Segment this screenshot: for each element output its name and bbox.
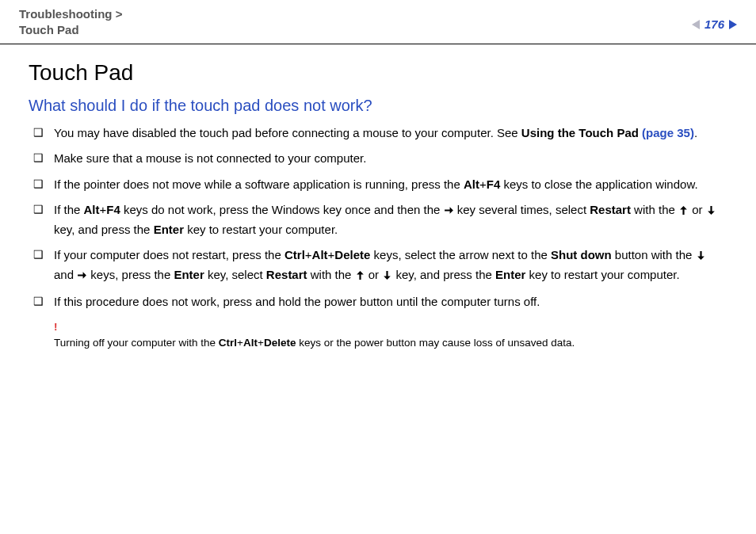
key-label: Enter [495, 268, 525, 281]
page-number: 176 [704, 17, 724, 31]
bullet-icon: ❑ [33, 124, 44, 143]
page: Troubleshooting > Touch Pad 176 Touch Pa… [0, 0, 756, 534]
warning-note: ! Turning off your computer with the Ctr… [29, 319, 727, 352]
list-item-text: If your computer does not restart, press… [54, 246, 727, 285]
bullet-icon: ❑ [33, 293, 44, 311]
arrow-down-icon [696, 248, 706, 266]
key-label: Alt [243, 337, 258, 349]
key-label: Delete [264, 337, 296, 349]
bullet-icon: ❑ [33, 176, 44, 194]
key-label: Enter [174, 268, 204, 281]
list-item-text: If the Alt+F4 keys do not work, press th… [54, 201, 727, 238]
list-item: ❑ If this procedure does not work, press… [33, 293, 727, 311]
page-title: Touch Pad [29, 60, 727, 86]
next-page-arrow-icon[interactable] [729, 20, 737, 29]
list-item-text: Make sure that a mouse is not connected … [54, 150, 727, 168]
page-header: Troubleshooting > Touch Pad 176 [0, 0, 756, 44]
page-link[interactable]: (page 35) [642, 126, 694, 139]
key-label: Ctrl [219, 337, 237, 349]
key-label: Restart [266, 268, 307, 281]
key-label: Enter [154, 223, 184, 236]
list-item: ❑ If the pointer does not move while a s… [33, 176, 727, 194]
key-label: Shut down [551, 248, 612, 261]
breadcrumb: Troubleshooting > Touch Pad [19, 6, 122, 39]
list-item: ❑ You may have disabled the touch pad be… [33, 124, 727, 143]
bullet-icon: ❑ [33, 201, 44, 238]
page-number-nav: 176 [692, 6, 737, 31]
list-item: ❑ If the Alt+F4 keys do not work, press … [33, 201, 727, 238]
arrow-down-icon [382, 268, 392, 286]
key-label: Alt [464, 177, 479, 191]
arrow-up-icon [678, 203, 689, 221]
breadcrumb-separator: > [116, 7, 123, 21]
section-heading: What should I do if the touch pad does n… [29, 97, 727, 115]
key-label: Restart [590, 203, 631, 216]
page-content: Touch Pad What should I do if the touch … [0, 44, 756, 352]
list-item-text: You may have disabled the touch pad befo… [54, 124, 727, 143]
key-label: F4 [487, 177, 501, 191]
bullet-icon: ❑ [33, 150, 44, 168]
key-label: F4 [106, 203, 120, 216]
bold-text: Using the Touch Pad [521, 126, 642, 139]
list-item: ❑ If your computer does not restart, pre… [33, 246, 727, 285]
list-item: ❑ Make sure that a mouse is not connecte… [33, 150, 727, 168]
warning-text: Turning off your computer with the Ctrl+… [54, 337, 575, 349]
bullet-list: ❑ You may have disabled the touch pad be… [29, 124, 727, 311]
arrow-right-icon [444, 203, 454, 221]
arrow-down-icon [706, 203, 716, 221]
key-label: Delete [334, 248, 370, 261]
arrow-right-icon [77, 268, 87, 286]
key-label: Alt [84, 203, 100, 216]
key-label: Ctrl [284, 248, 305, 261]
list-item-text: If the pointer does not move while a sof… [54, 176, 727, 194]
breadcrumb-top: Troubleshooting [19, 7, 113, 21]
bullet-icon: ❑ [33, 246, 44, 285]
breadcrumb-bottom: Touch Pad [19, 22, 122, 38]
arrow-up-icon [355, 268, 365, 286]
prev-page-arrow-icon[interactable] [692, 20, 700, 29]
key-label: Alt [312, 248, 328, 261]
list-item-text: If this procedure does not work, press a… [54, 293, 727, 311]
warning-icon: ! [54, 319, 727, 335]
